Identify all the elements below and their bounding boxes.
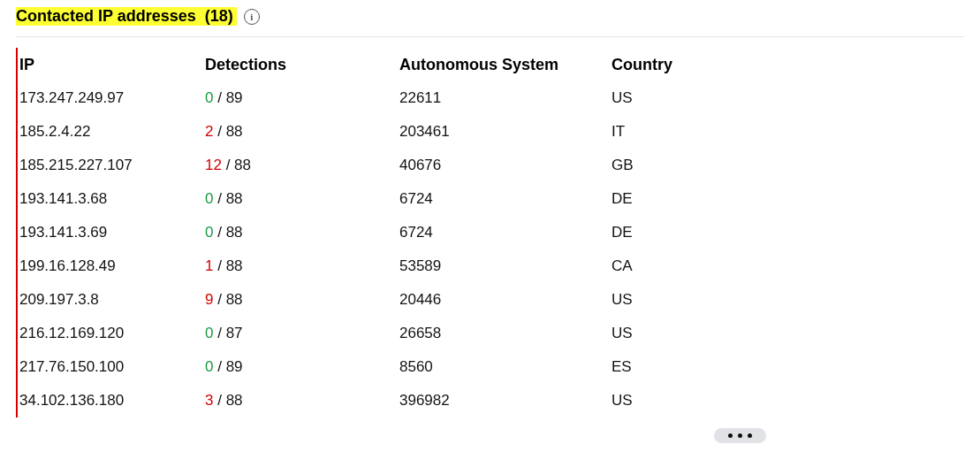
table-row[interactable]: 173.247.249.970 / 8922611US [19,81,964,115]
dot-icon [748,433,752,438]
detections-separator: / [213,257,225,274]
cell-detections: 1 / 88 [205,257,399,275]
header-country: Country [612,56,788,74]
table-row[interactable]: 193.141.3.680 / 886724DE [19,182,964,216]
cell-as: 20446 [399,291,612,309]
more-button[interactable] [714,428,766,443]
section-count: (18) [205,7,233,25]
cell-detections: 0 / 89 [205,89,399,107]
cell-ip: 193.141.3.69 [19,224,205,241]
cell-detections: 0 / 88 [205,190,399,208]
cell-as: 40676 [399,157,612,174]
table-row[interactable]: 185.2.4.222 / 88203461IT [19,115,964,149]
cell-country: US [612,291,788,309]
detections-separator: / [213,358,225,375]
cell-as: 203461 [399,123,612,141]
cell-as: 6724 [399,224,612,241]
detections-separator: / [213,190,225,207]
detections-total: 89 [226,358,243,375]
table-row[interactable]: 217.76.150.1000 / 898560ES [19,350,964,384]
cell-detections: 2 / 88 [205,123,399,141]
detections-hits: 12 [205,157,222,173]
detections-total: 88 [226,392,243,409]
cell-detections: 0 / 87 [205,325,399,342]
section-title-text: Contacted IP addresses [16,7,196,25]
cell-detections: 9 / 88 [205,291,399,309]
cell-ip: 185.215.227.107 [19,157,205,174]
cell-as: 6724 [399,190,612,208]
detections-total: 87 [226,325,243,341]
detections-separator: / [213,224,225,241]
detections-separator: / [213,325,225,341]
detections-total: 88 [226,190,243,207]
cell-country: US [612,325,788,342]
cell-as: 53589 [399,257,612,275]
cell-as: 26658 [399,325,612,342]
cell-ip: 193.141.3.68 [19,190,205,208]
table-row[interactable]: 199.16.128.491 / 8853589CA [19,249,964,283]
cell-ip: 209.197.3.8 [19,291,205,309]
section-title: Contacted IP addresses (18) [16,7,237,26]
cell-as: 8560 [399,358,612,376]
cell-country: ES [612,358,788,376]
detections-total: 88 [226,291,243,308]
table-row[interactable]: 193.141.3.690 / 886724DE [19,216,964,249]
detections-separator: / [213,291,225,308]
cell-as: 396982 [399,392,612,410]
detections-total: 88 [234,157,251,173]
detections-total: 89 [226,89,243,106]
table-header-row: IP Detections Autonomous System Country [19,48,964,81]
dot-icon [738,433,742,438]
ip-table: IP Detections Autonomous System Country … [16,48,964,418]
header-ip: IP [19,56,205,74]
cell-ip: 34.102.136.180 [19,392,205,410]
cell-detections: 3 / 88 [205,392,399,410]
table-row[interactable]: 209.197.3.89 / 8820446US [19,283,964,317]
table-row[interactable]: 34.102.136.1803 / 88396982US [19,384,964,418]
header-detections: Detections [205,56,399,74]
cell-country: DE [612,224,788,241]
cell-country: US [612,392,788,410]
info-icon[interactable]: i [244,9,260,25]
detections-total: 88 [226,257,243,274]
cell-country: US [612,89,788,107]
cell-ip: 217.76.150.100 [19,358,205,376]
cell-country: GB [612,157,788,174]
detections-separator: / [213,123,225,140]
cell-country: IT [612,123,788,141]
table-row[interactable]: 216.12.169.1200 / 8726658US [19,317,964,350]
dot-icon [728,433,733,438]
cell-country: DE [612,190,788,208]
cell-ip: 173.247.249.97 [19,89,205,107]
cell-detections: 0 / 89 [205,358,399,376]
section-header: Contacted IP addresses (18) i [16,7,964,37]
detections-total: 88 [226,224,243,241]
detections-separator: / [213,392,225,409]
table-row[interactable]: 185.215.227.10712 / 8840676GB [19,149,964,182]
detections-separator: / [222,157,234,173]
cell-ip: 216.12.169.120 [19,325,205,342]
header-as: Autonomous System [399,56,612,74]
cell-ip: 185.2.4.22 [19,123,205,141]
cell-country: CA [612,257,788,275]
detections-total: 88 [226,123,243,140]
detections-separator: / [213,89,225,106]
cell-as: 22611 [399,89,612,107]
cell-ip: 199.16.128.49 [19,257,205,275]
cell-detections: 0 / 88 [205,224,399,241]
cell-detections: 12 / 88 [205,157,399,174]
